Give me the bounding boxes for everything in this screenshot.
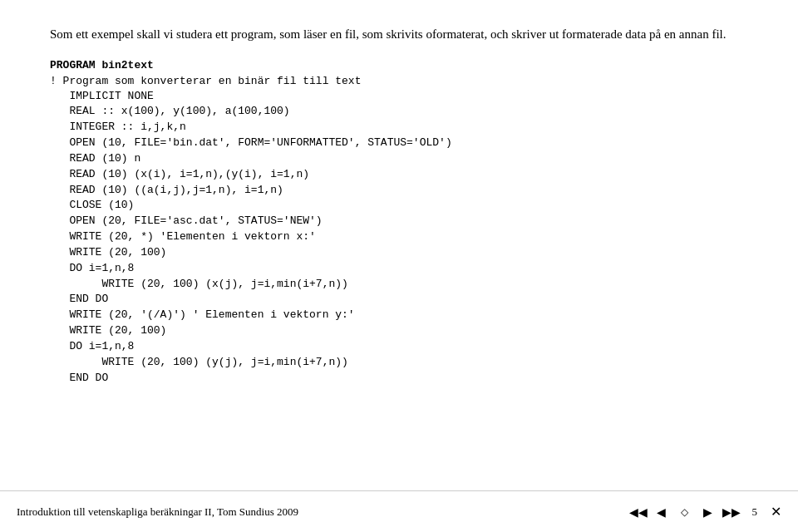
intro-paragraph: Som ett exempel skall vi studera ett pro… — [50, 25, 748, 44]
last-page-button[interactable]: ▶▶ — [722, 503, 741, 521]
program-comment: ! Program som konverterar en binär fil t… — [50, 75, 748, 87]
main-content: Som ett exempel skall vi studera ett pro… — [0, 0, 798, 490]
footer-controls: ◀◀ ◀ ◇ ▶ ▶▶ 5 ✕ — [629, 503, 782, 521]
program-block: PROGRAM bin2text ! Program som konverter… — [50, 59, 748, 387]
first-page-button[interactable]: ◀◀ — [629, 503, 648, 521]
footer: Introduktion till vetenskapliga beräknin… — [0, 490, 798, 532]
diamond-button[interactable]: ◇ — [676, 503, 694, 521]
prev-page-button[interactable]: ◀ — [653, 503, 671, 521]
footer-title: Introduktion till vetenskapliga beräknin… — [17, 505, 298, 519]
page-number: 5 — [752, 505, 758, 519]
code-block: IMPLICIT NONE REAL :: x(100), y(100), a(… — [50, 89, 748, 387]
close-button[interactable]: ✕ — [771, 504, 781, 520]
program-title: PROGRAM bin2text — [50, 59, 748, 71]
next-page-button[interactable]: ▶ — [699, 503, 717, 521]
